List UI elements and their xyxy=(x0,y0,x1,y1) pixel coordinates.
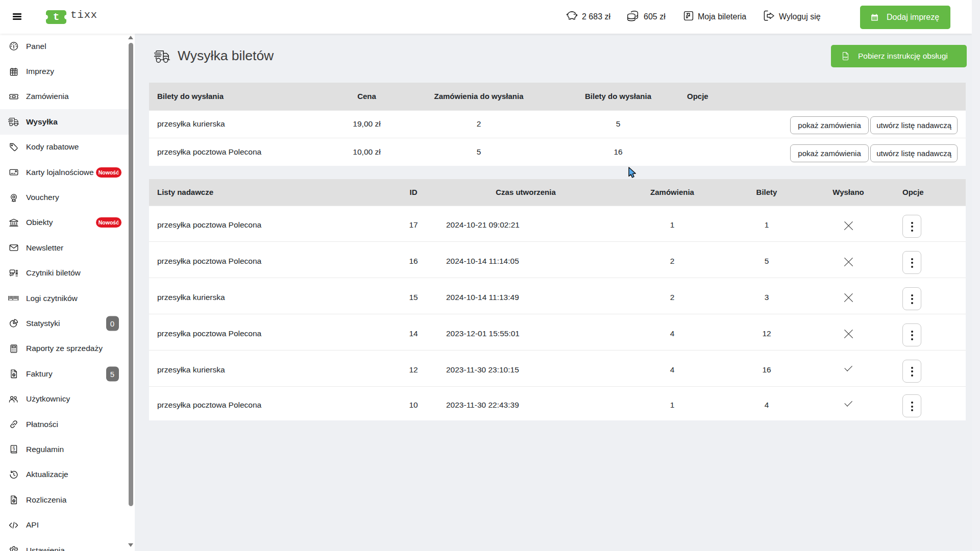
svg-text:$: $ xyxy=(13,373,14,377)
svg-text:§: § xyxy=(12,446,15,452)
svg-text:PDF: PDF xyxy=(843,57,848,59)
svg-text:$: $ xyxy=(13,499,14,503)
